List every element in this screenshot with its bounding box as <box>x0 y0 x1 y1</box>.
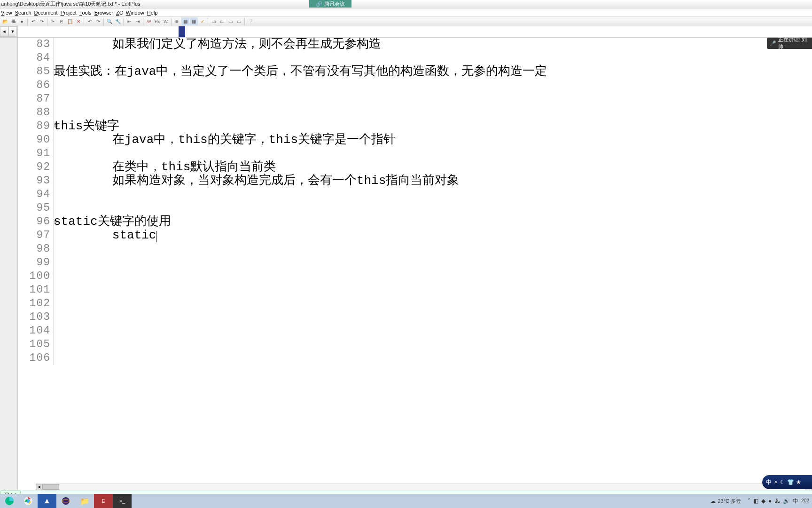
undo2-icon[interactable]: ↶ <box>86 17 94 25</box>
aa-icon[interactable]: Aª <box>145 17 153 25</box>
weather-widget[interactable]: ☁ 23°C 多云 <box>707 498 745 505</box>
code-line[interactable] <box>54 310 812 324</box>
code-line[interactable] <box>54 51 812 65</box>
menu-window[interactable]: Window <box>126 10 144 16</box>
code-line[interactable] <box>54 297 812 310</box>
line-number: 102 <box>18 297 50 310</box>
code-line[interactable] <box>54 256 812 270</box>
redo2-icon[interactable]: ↷ <box>94 17 102 25</box>
ime-floating-bar[interactable]: 中 ⚬ ☾ 👕 ★ <box>762 475 812 489</box>
menu-tools[interactable]: Tools <box>79 10 92 16</box>
ime-mode[interactable]: 中 <box>766 478 772 486</box>
stop-icon[interactable]: ● <box>18 17 26 25</box>
fold-marker-icon[interactable]: ⊟ <box>54 215 58 229</box>
align-icon[interactable]: ≡ <box>173 17 181 25</box>
search-icon[interactable]: 🔍 <box>105 17 113 25</box>
code-line[interactable]: 如果我们定义了构造方法，则不会再生成无参构造 <box>54 38 812 51</box>
fold-marker-icon[interactable]: ⊟ <box>54 119 58 133</box>
cut-icon[interactable]: ✂ <box>49 17 57 25</box>
delete-icon[interactable]: ✕ <box>74 17 82 25</box>
taskbar-chrome-icon[interactable] <box>19 494 38 508</box>
taskbar-explorer-icon[interactable]: 📁 <box>75 494 94 508</box>
code-line[interactable] <box>54 283 812 297</box>
code-line[interactable] <box>54 79 812 92</box>
grid1-icon[interactable]: ▦ <box>181 17 189 25</box>
print-icon[interactable]: 🖶 <box>9 17 17 25</box>
tray-app3-icon[interactable]: ● <box>768 498 772 504</box>
code-line[interactable] <box>54 188 812 201</box>
ruler-left-arrow-icon[interactable]: ◄ <box>0 26 8 37</box>
taskbar-edge-icon[interactable] <box>0 494 19 508</box>
code-line[interactable] <box>54 270 812 283</box>
editor[interactable]: 83 84 85 86 87 88 89 90 91 92 93 94 95 9… <box>18 38 812 490</box>
taskbar-editplus-icon[interactable]: E <box>94 494 113 508</box>
menu-zc[interactable]: ZC <box>116 10 123 16</box>
tencent-meeting-overlay[interactable]: 🔗 腾讯会议 <box>309 0 351 8</box>
win2-icon[interactable]: ▭ <box>218 17 226 25</box>
code-line[interactable] <box>54 351 812 365</box>
scroll-left-icon[interactable]: ◄ <box>36 484 42 490</box>
taskbar-app1-icon[interactable]: ▲ <box>38 494 56 508</box>
code-line[interactable] <box>54 106 812 119</box>
tray-app1-icon[interactable]: ◧ <box>753 498 758 504</box>
ime-pin-icon[interactable]: ⚬ <box>773 479 778 485</box>
line-number: 83 <box>18 38 50 51</box>
scroll-thumb[interactable] <box>42 484 59 490</box>
tray-network-icon[interactable]: 🖧 <box>774 498 780 504</box>
w-icon[interactable]: W <box>162 17 170 25</box>
horizontal-scrollbar[interactable]: ◄ ► <box>36 484 812 490</box>
ime-star-icon[interactable]: ★ <box>796 479 801 485</box>
win4-icon[interactable]: ▭ <box>235 17 243 25</box>
indent-left-icon[interactable]: ⇤ <box>125 17 133 25</box>
tray-ime[interactable]: 中 <box>793 497 798 505</box>
code-line[interactable]: ⊟static关键字的使用 <box>54 215 812 229</box>
menu-search[interactable]: Search <box>15 10 31 16</box>
ruler-row: ◄ ▼ ----+----1----+----2----+----3----+-… <box>0 26 812 38</box>
toolbar: 📂 🖶 ● ↶ ↷ ✂ ⎘ 📋 ✕ ↶ ↷ 🔍 🔧 ⇤ ⇥ Aª Hx W ≡ … <box>0 17 812 26</box>
grid2-icon[interactable]: ▦ <box>190 17 198 25</box>
undo-icon[interactable]: ↶ <box>29 17 37 25</box>
tray-volume-icon[interactable]: 🔊 <box>783 498 790 504</box>
code-line[interactable] <box>54 324 812 338</box>
taskbar-eclipse-icon[interactable] <box>56 494 75 508</box>
check-icon[interactable]: ✓ <box>198 17 206 25</box>
open-icon[interactable]: 📂 <box>1 17 9 25</box>
code-line[interactable] <box>54 338 812 351</box>
win1-icon[interactable]: ▭ <box>210 17 218 25</box>
ime-shirt-icon[interactable]: 👕 <box>787 479 794 485</box>
code-line[interactable] <box>54 92 812 106</box>
line-number: 86 <box>18 79 50 92</box>
menu-view[interactable]: View <box>1 10 12 16</box>
code-line[interactable] <box>54 201 812 215</box>
tray-chevron-up-icon[interactable]: ˄ <box>748 498 750 504</box>
windows-taskbar[interactable]: ▲ 📁 E >_ ☁ 23°C 多云 ˄ ◧ ◆ ● 🖧 🔊 中 202 <box>0 494 812 508</box>
menu-browser[interactable]: Browser <box>94 10 113 16</box>
code-line[interactable]: 在java中，this的关键字，this关键字是一个指针 <box>54 133 812 147</box>
code-area[interactable]: 如果我们定义了构造方法，则不会再生成无参构造最佳实践：在java中，当定义了一个… <box>54 38 812 365</box>
tools-icon[interactable]: 🔧 <box>114 17 122 25</box>
paste-icon[interactable]: 📋 <box>66 17 74 25</box>
code-line[interactable] <box>54 147 812 160</box>
redo-icon[interactable]: ↷ <box>38 17 46 25</box>
code-line[interactable]: static <box>54 229 812 242</box>
hx-icon[interactable]: Hx <box>153 17 161 25</box>
tray-app2-icon[interactable]: ◆ <box>761 498 765 504</box>
ime-moon-icon[interactable]: ☾ <box>780 479 785 485</box>
menu-document[interactable]: Document <box>34 10 58 16</box>
menu-project[interactable]: Project <box>61 10 77 16</box>
menu-help[interactable]: Help <box>147 10 158 16</box>
help-icon[interactable]: ❔ <box>246 17 254 25</box>
tray-clock[interactable]: 202 <box>801 499 809 503</box>
code-line[interactable]: 如果构造对象，当对象构造完成后，会有一个this指向当前对象 <box>54 174 812 188</box>
code-line[interactable] <box>54 242 812 256</box>
code-line[interactable]: ⊟this关键字 <box>54 119 812 133</box>
code-line[interactable]: 在类中，this默认指向当前类 <box>54 160 812 174</box>
title-path: anhong\Desktop\最近工作\java se\第10天笔记.txt *… <box>1 0 141 8</box>
indent-right-icon[interactable]: ⇥ <box>133 17 141 25</box>
taskbar-terminal-icon[interactable]: >_ <box>113 494 132 508</box>
code-line[interactable]: 最佳实践：在java中，当定义了一个类后，不管有没有写其他的构造函数，无参的构造… <box>54 65 812 79</box>
ruler-down-arrow-icon[interactable]: ▼ <box>8 26 17 37</box>
win3-icon[interactable]: ▭ <box>226 17 234 25</box>
copy-icon[interactable]: ⎘ <box>57 17 65 25</box>
scroll-track[interactable] <box>42 484 805 490</box>
